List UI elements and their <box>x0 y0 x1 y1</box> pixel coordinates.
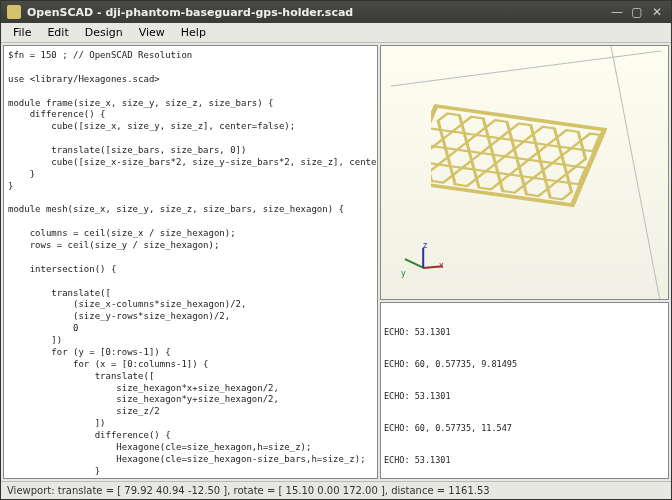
menu-edit[interactable]: Edit <box>39 24 76 41</box>
menubar: File Edit Design View Help <box>1 23 671 43</box>
menu-view[interactable]: View <box>131 24 173 41</box>
console-output[interactable]: ECHO: 53.1301 ECHO: 60, 0.57735, 9.81495… <box>380 302 669 479</box>
console-line: ECHO: 53.1301 <box>384 455 665 466</box>
restore-button[interactable]: ▢ <box>629 5 645 19</box>
menu-help[interactable]: Help <box>173 24 214 41</box>
console-line: ECHO: 60, 0.57735, 11.547 <box>384 423 665 434</box>
menu-design[interactable]: Design <box>77 24 131 41</box>
window-title: OpenSCAD - dji-phantom-baseguard-gps-hol… <box>27 6 605 19</box>
app-window: OpenSCAD - dji-phantom-baseguard-gps-hol… <box>0 0 672 500</box>
svg-marker-26 <box>497 174 528 194</box>
axis-gizmo: x y z <box>405 249 441 285</box>
app-icon <box>7 5 21 19</box>
code-editor[interactable]: $fn = 150 ; // OpenSCAD Resolution use <… <box>3 45 378 479</box>
y-axis-icon <box>405 259 424 269</box>
close-button[interactable]: ✕ <box>649 5 665 19</box>
console-line: ECHO: 53.1301 <box>384 391 665 402</box>
svg-marker-25 <box>473 170 504 190</box>
minimize-button[interactable]: — <box>609 5 625 19</box>
z-axis-label: z <box>423 241 427 250</box>
y-axis-label: y <box>401 269 406 278</box>
menu-file[interactable]: File <box>5 24 39 41</box>
svg-line-29 <box>391 51 661 86</box>
titlebar[interactable]: OpenSCAD - dji-phantom-baseguard-gps-hol… <box>1 1 671 23</box>
console-line: ECHO: 60, 0.57735, 9.81495 <box>384 359 665 370</box>
svg-marker-27 <box>521 177 552 197</box>
content-area: $fn = 150 ; // OpenSCAD Resolution use <… <box>1 43 671 481</box>
svg-marker-24 <box>449 167 480 187</box>
x-axis-label: x <box>439 261 444 270</box>
z-axis-icon <box>422 248 424 268</box>
3d-viewport[interactable]: x y z <box>380 45 669 300</box>
right-pane: x y z ECHO: 53.1301 ECHO: 60, 0.57735, 9… <box>380 45 669 479</box>
console-line: ECHO: 53.1301 <box>384 327 665 338</box>
status-text: Viewport: translate = [ 79.92 40.94 -12.… <box>7 485 490 496</box>
status-bar: Viewport: translate = [ 79.92 40.94 -12.… <box>1 481 671 499</box>
svg-marker-28 <box>544 180 575 200</box>
rendered-model <box>431 96 631 276</box>
